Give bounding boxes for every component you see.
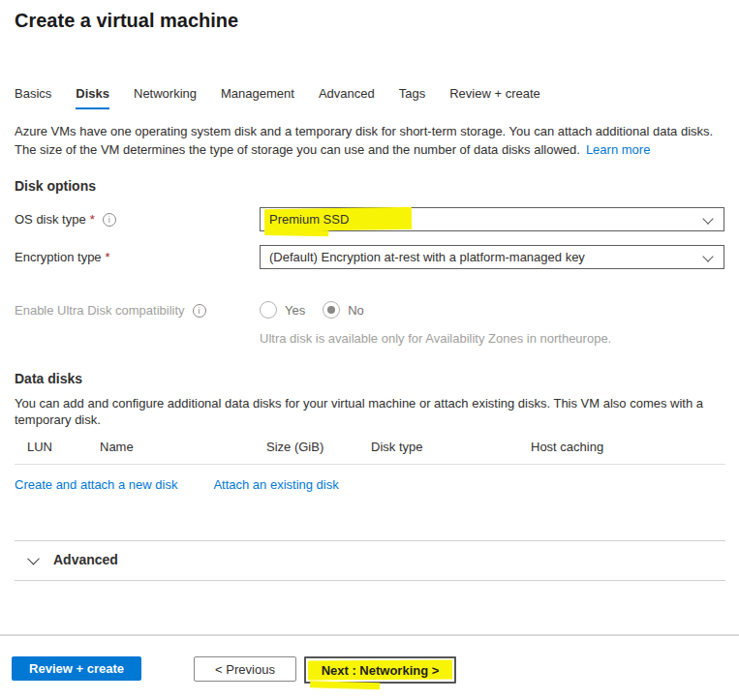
column-lun: LUN — [15, 440, 100, 454]
required-marker: * — [106, 250, 110, 264]
ultra-disk-row: Enable Ultra Disk compatibility i Yes No… — [15, 298, 724, 346]
radio-no-label: No — [348, 303, 364, 318]
next-networking-label: Next : Networking > — [322, 663, 440, 678]
wizard-footer: Review + create < Previous Next : Networ… — [0, 634, 739, 700]
data-disks-links: Create and attach a new disk Attach an e… — [15, 477, 724, 492]
column-name: Name — [100, 440, 266, 454]
ultra-disk-helper-text: Ultra disk is available only for Availab… — [260, 331, 611, 346]
learn-more-link[interactable]: Learn more — [586, 142, 650, 157]
os-disk-type-row: OS disk type* i Premium SSD — [15, 207, 724, 231]
page-title: Create a virtual machine — [15, 9, 724, 32]
radio-yes-label: Yes — [285, 303, 305, 318]
encryption-type-dropdown[interactable]: (Default) Encryption at-rest with a plat… — [260, 245, 724, 269]
encryption-type-label: Encryption type* — [15, 245, 260, 264]
tab-tags[interactable]: Tags — [399, 86, 425, 109]
radio-yes[interactable]: Yes — [260, 301, 305, 319]
chevron-down-icon — [702, 251, 713, 261]
create-new-disk-link[interactable]: Create and attach a new disk — [15, 477, 177, 492]
radio-no[interactable]: No — [323, 301, 364, 319]
os-disk-type-dropdown[interactable]: Premium SSD — [260, 207, 724, 231]
tab-advanced[interactable]: Advanced — [319, 86, 375, 109]
tab-management[interactable]: Management — [221, 86, 294, 109]
encryption-type-row: Encryption type* (Default) Encryption at… — [15, 245, 724, 269]
data-disks-heading: Data disks — [15, 371, 724, 386]
column-host-caching: Host caching — [531, 440, 724, 454]
ultra-disk-control: Yes No Ultra disk is available only for … — [260, 298, 611, 346]
previous-button[interactable]: < Previous — [194, 656, 296, 682]
data-disks-description: You can add and configure additional dat… — [15, 395, 724, 428]
disk-options-heading: Disk options — [15, 178, 724, 194]
tab-review-create[interactable]: Review + create — [449, 86, 540, 109]
chevron-down-icon — [27, 552, 40, 564]
advanced-section-label: Advanced — [53, 552, 118, 567]
table-divider — [15, 464, 725, 465]
tab-basics[interactable]: Basics — [15, 86, 51, 109]
create-vm-page: Create a virtual machine Basics Disks Ne… — [0, 0, 739, 700]
wizard-tabs: Basics Disks Networking Management Advan… — [15, 86, 724, 109]
os-disk-type-label: OS disk type* i — [15, 207, 260, 227]
radio-dot — [327, 306, 335, 314]
next-networking-button[interactable]: Next : Networking > — [304, 656, 456, 684]
info-icon[interactable]: i — [103, 213, 116, 227]
disks-tab-description: Azure VMs have one operating system disk… — [15, 122, 724, 159]
ultra-disk-label: Enable Ultra Disk compatibility i — [15, 298, 260, 318]
tab-disks[interactable]: Disks — [76, 86, 109, 109]
radio-circle-unselected — [260, 301, 277, 319]
review-create-button[interactable]: Review + create — [12, 656, 141, 681]
chevron-down-icon — [702, 213, 713, 224]
column-disk-type: Disk type — [371, 440, 531, 454]
radio-circle-selected — [323, 301, 340, 319]
ultra-disk-radio-group: Yes No — [260, 298, 611, 319]
column-size: Size (GiB) — [266, 440, 371, 454]
advanced-section-toggle[interactable]: Advanced — [15, 540, 725, 581]
tab-networking[interactable]: Networking — [134, 86, 197, 109]
required-marker: * — [90, 212, 95, 227]
data-disks-table-header: LUN Name Size (GiB) Disk type Host cachi… — [15, 440, 724, 454]
info-icon[interactable]: i — [193, 304, 206, 318]
encryption-type-value: (Default) Encryption at-rest with a plat… — [269, 250, 585, 264]
attach-existing-disk-link[interactable]: Attach an existing disk — [213, 477, 338, 492]
os-disk-type-value: Premium SSD — [269, 212, 349, 227]
